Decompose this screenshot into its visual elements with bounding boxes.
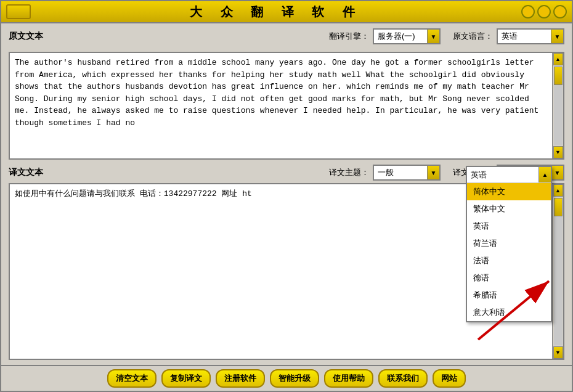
source-lang-dropdown[interactable]: 英语 ▼ [497,28,564,44]
target-scroll-track[interactable] [554,198,563,345]
lang-item-italian[interactable]: 意大利语 [467,304,551,321]
smart-upgrade-button[interactable]: 智能升级 [270,369,319,388]
lang-dropdown-close-arrow[interactable]: ▲ [538,167,551,182]
target-controls: 译文主题： 一般 ▼ 译文语言： 英语 ▼ [329,165,564,181]
target-scroll-up[interactable]: ▲ [553,184,563,197]
main-content: 原文文本 翻译引擎： 服务器(一) ▼ 原文语言： 英语 ▼ [1,23,572,365]
source-controls: 翻译引擎： 服务器(一) ▼ 原文语言： 英语 ▼ [329,28,564,44]
lang-dropdown-header: 英语 ▲ [467,167,551,183]
source-scroll-track[interactable] [554,67,563,145]
lang-item-greek[interactable]: 希腊语 [467,287,551,304]
source-scrollbar[interactable]: ▲ ▼ [552,53,563,158]
lang-item-french[interactable]: 法语 [467,252,551,269]
source-lang-value: 英语 [498,31,551,42]
theme-value: 一般 [374,167,427,178]
clear-text-button[interactable]: 清空文本 [107,369,156,388]
theme-label: 译文主题： [329,167,369,178]
source-label: 原文文本 [9,31,43,42]
website-button[interactable]: 网站 [433,369,466,388]
title-bar: 大 众 翻 译 软 件 [1,1,572,23]
lang-item-simplified-chinese[interactable]: 简体中文 [467,183,551,200]
theme-dropdown[interactable]: 一般 ▼ [373,165,441,181]
title-logo [6,4,31,19]
lang-item-english[interactable]: 英语 [467,218,551,235]
toolbar: 清空文本 复制译文 注册软件 智能升级 使用帮助 联系我们 网站 [1,365,572,391]
lang-item-german[interactable]: 德语 [467,269,551,287]
window-controls [521,5,567,18]
theme-group: 译文主题： 一般 ▼ [329,165,441,181]
lang-dropdown-overlay: 英语 ▲ 简体中文 繁体中文 英语 荷兰语 法语 德语 希腊语 意大利语 [466,166,552,322]
engine-dropdown-arrow[interactable]: ▼ [427,30,439,43]
copy-translation-button[interactable]: 复制译文 [161,369,211,388]
maximize-button[interactable] [537,5,551,18]
contact-us-button[interactable]: 联系我们 [378,369,428,388]
source-lang-group: 原文语言： 英语 ▼ [453,28,564,44]
source-scroll-down[interactable]: ▼ [553,146,563,158]
minimize-button[interactable] [521,5,535,18]
target-header: 译文文本 译文主题： 一般 ▼ 译文语言： 英语 ▼ [9,165,564,181]
target-section: 译文文本 译文主题： 一般 ▼ 译文语言： 英语 ▼ [9,165,564,360]
target-lang-group: 译文语言： 英语 ▼ 英语 ▲ 简体中文 繁体中文 [453,165,564,181]
source-lang-arrow[interactable]: ▼ [551,30,563,43]
theme-dropdown-arrow[interactable]: ▼ [427,166,439,179]
source-scroll-thumb[interactable] [554,67,563,85]
engine-dropdown[interactable]: 服务器(一) ▼ [373,28,441,44]
lang-item-dutch[interactable]: 荷兰语 [467,235,551,252]
target-scroll-thumb[interactable] [554,198,563,216]
source-textarea[interactable]: The author's husband retired from a midd… [10,53,551,158]
close-button[interactable] [553,5,567,18]
lang-item-traditional-chinese[interactable]: 繁体中文 [467,200,551,218]
source-lang-label: 原文语言： [453,31,493,42]
help-button[interactable]: 使用帮助 [324,369,373,388]
target-lang-arrow[interactable]: ▼ [551,166,563,179]
lang-dropdown-current: 英语 [467,169,538,181]
main-window: 大 众 翻 译 软 件 原文文本 翻译引擎： 服务器(一) ▼ 原文语 [0,0,573,392]
source-scroll-up[interactable]: ▲ [553,53,563,65]
source-textarea-container: The author's husband retired from a midd… [9,52,564,160]
engine-group: 翻译引擎： 服务器(一) ▼ [329,28,441,44]
target-scrollbar[interactable]: ▲ ▼ [552,184,563,359]
target-lang-dropdown[interactable]: 英语 ▼ 英语 ▲ 简体中文 繁体中文 英语 [497,165,564,181]
window-title: 大 众 翻 译 软 件 [31,4,521,20]
source-header: 原文文本 翻译引擎： 服务器(一) ▼ 原文语言： 英语 ▼ [9,28,564,44]
engine-label: 翻译引擎： [329,31,369,42]
target-label: 译文文本 [9,167,43,178]
register-software-button[interactable]: 注册软件 [216,369,265,388]
target-scroll-down[interactable]: ▼ [553,346,563,359]
engine-value: 服务器(一) [374,31,427,42]
